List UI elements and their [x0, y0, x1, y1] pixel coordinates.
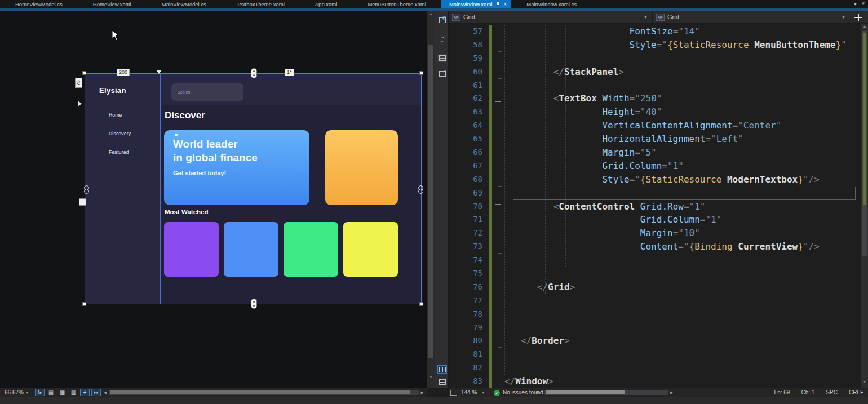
- tab-overflow-chevron-down-icon[interactable]: ▼: [853, 2, 857, 7]
- popout-window-icon[interactable]: ↗: [437, 69, 447, 78]
- horizontal-split-icon[interactable]: [437, 54, 447, 62]
- line-number[interactable]: 81: [449, 348, 482, 361]
- line-number[interactable]: 74: [449, 254, 482, 267]
- editor-split-view-icon[interactable]: [450, 390, 457, 396]
- file-tab[interactable]: TextboxTheme.xaml: [222, 0, 300, 8]
- line-number[interactable]: 65: [449, 132, 482, 146]
- line-number[interactable]: 80: [449, 334, 482, 348]
- line-number[interactable]: 79: [449, 321, 482, 335]
- element-dropdown-left[interactable]: </> Grid ▼: [449, 11, 652, 23]
- top-grip-handle[interactable]: [251, 68, 257, 78]
- line-number[interactable]: 73: [449, 240, 482, 254]
- file-tab[interactable]: HomeViewModel.cs: [0, 0, 78, 8]
- editor-vscroll-down-arrow-icon[interactable]: ▼: [861, 380, 868, 384]
- column-star-label[interactable]: 1*: [285, 69, 294, 76]
- designer-hscroll-left-arrow-icon[interactable]: ◀: [104, 390, 107, 395]
- window-options-gear-icon[interactable]: *: [862, 2, 865, 7]
- line-number[interactable]: 58: [449, 38, 482, 52]
- line-number[interactable]: 60: [449, 65, 482, 79]
- line-indicator[interactable]: Ln: 69: [774, 389, 790, 396]
- move-pane-cross-icon[interactable]: [854, 13, 862, 21]
- line-number[interactable]: 77: [449, 294, 482, 308]
- line-number[interactable]: 76: [449, 281, 482, 294]
- snap-to-grid-icon[interactable]: ▩: [57, 389, 67, 396]
- line-number[interactable]: 57: [449, 25, 482, 38]
- designer-hscroll-thumb[interactable]: [110, 390, 410, 394]
- line-number[interactable]: 83: [449, 375, 482, 388]
- search-input[interactable]: Search: [171, 83, 243, 101]
- column-indicator[interactable]: Ch: 1: [801, 389, 814, 396]
- file-tab[interactable]: HomeView.xaml: [78, 0, 147, 8]
- row-marker-icon[interactable]: [78, 101, 82, 106]
- designer-vscroll-thumb[interactable]: [428, 45, 433, 358]
- designer-zoom-level[interactable]: 66.67%: [5, 389, 24, 396]
- element-dropdown-right[interactable]: </> Grid ▼: [652, 11, 850, 23]
- promo-card[interactable]: [325, 130, 398, 205]
- swap-panes-icon[interactable]: →←: [437, 34, 447, 43]
- file-tab[interactable]: MenuButtonTheme.xaml: [352, 0, 441, 8]
- line-number[interactable]: 68: [449, 173, 482, 187]
- file-tab[interactable]: App.xaml: [300, 0, 353, 8]
- resize-handle-bottom-left[interactable]: [82, 302, 86, 306]
- designer-hscrollbar[interactable]: [109, 390, 418, 395]
- designer-vscrollbar[interactable]: ▲ ▼: [427, 11, 435, 388]
- close-icon[interactable]: ×: [503, 2, 507, 7]
- line-number[interactable]: 63: [449, 105, 482, 119]
- collapse-region-icon[interactable]: [495, 204, 501, 210]
- resize-handle-top-right[interactable]: [419, 71, 423, 75]
- designer-vscroll-up-arrow-icon[interactable]: ▲: [427, 12, 435, 16]
- file-tab[interactable]: MainWindow.xaml.cs: [511, 0, 592, 8]
- line-number[interactable]: 75: [449, 267, 482, 281]
- vertical-split-toggle-icon[interactable]: [437, 365, 447, 374]
- resize-handle-top-left[interactable]: [82, 71, 86, 75]
- show-snap-grid-icon[interactable]: ▨: [69, 389, 78, 396]
- line-number[interactable]: 62: [449, 92, 482, 105]
- file-tab[interactable]: MainViewModel.cs: [147, 0, 222, 8]
- line-number[interactable]: 59: [449, 52, 482, 65]
- editor-hscrollbar[interactable]: [544, 390, 668, 395]
- column-width-label[interactable]: 200: [117, 69, 130, 76]
- right-anchor-chain-icon[interactable]: [417, 185, 424, 194]
- artboard-nav-item[interactable]: Discovery: [109, 131, 131, 149]
- horizontal-split-toggle-icon[interactable]: [437, 378, 447, 386]
- effects-fx-toggle-icon[interactable]: fx: [35, 389, 45, 396]
- file-tab[interactable]: MainWindow.xaml×: [441, 0, 511, 8]
- designer-zoom-chevron-down-icon[interactable]: ▼: [25, 390, 29, 394]
- media-tile[interactable]: [164, 222, 219, 277]
- left-anchor-chain-icon[interactable]: [83, 185, 90, 194]
- column-marker-icon[interactable]: [156, 70, 162, 74]
- editor-vscroll-up-arrow-icon[interactable]: ▲: [861, 24, 868, 28]
- designer-vscroll-down-arrow-icon[interactable]: ▼: [427, 375, 435, 379]
- bottom-grip-handle[interactable]: [251, 299, 257, 309]
- margin-indicator-box[interactable]: [79, 198, 86, 206]
- artboard-nav-item[interactable]: Home: [109, 112, 131, 131]
- editor-zoom-level[interactable]: 144 %: [461, 389, 477, 396]
- spaces-indicator[interactable]: SPC: [826, 389, 838, 396]
- snap-to-snaplines-icon[interactable]: ↦: [91, 389, 101, 396]
- collapse-region-icon[interactable]: [495, 96, 501, 102]
- media-tile[interactable]: [343, 222, 398, 277]
- resize-handle-bottom-right[interactable]: [419, 302, 423, 306]
- line-number[interactable]: 70: [449, 200, 482, 214]
- design-artboard[interactable]: Elysian Search HomeDiscoveryFeatured Dis…: [85, 73, 422, 304]
- code-editor[interactable]: 57 FontSize="14"58 Style="{StaticResourc…: [449, 24, 861, 388]
- media-tile[interactable]: [224, 222, 278, 277]
- editor-vscrollbar[interactable]: ▲ ▼: [861, 24, 868, 388]
- line-number[interactable]: 72: [449, 227, 482, 240]
- editor-hscroll-left-arrow-icon[interactable]: ◀: [537, 390, 540, 395]
- xaml-designer-surface[interactable]: Elysian Search HomeDiscoveryFeatured Dis…: [0, 11, 427, 388]
- line-number[interactable]: 67: [449, 159, 482, 173]
- line-number[interactable]: 66: [449, 146, 482, 159]
- pin-icon[interactable]: [497, 2, 499, 7]
- hero-card[interactable]: World leader in global finance Get start…: [164, 130, 309, 205]
- element-dropdown-right-chevron-icon[interactable]: ▼: [842, 15, 845, 19]
- editor-hscroll-thumb[interactable]: [546, 390, 625, 394]
- line-number[interactable]: 71: [449, 213, 482, 227]
- line-number[interactable]: 78: [449, 308, 482, 321]
- line-number[interactable]: 64: [449, 119, 482, 132]
- show-grid-icon[interactable]: ▦: [46, 389, 56, 396]
- editor-zoom-chevron-down-icon[interactable]: ▼: [481, 390, 485, 394]
- line-number[interactable]: 61: [449, 79, 482, 92]
- design-view-icon[interactable]: ◩: [437, 16, 447, 24]
- editor-hscroll-right-arrow-icon[interactable]: ▶: [670, 390, 673, 395]
